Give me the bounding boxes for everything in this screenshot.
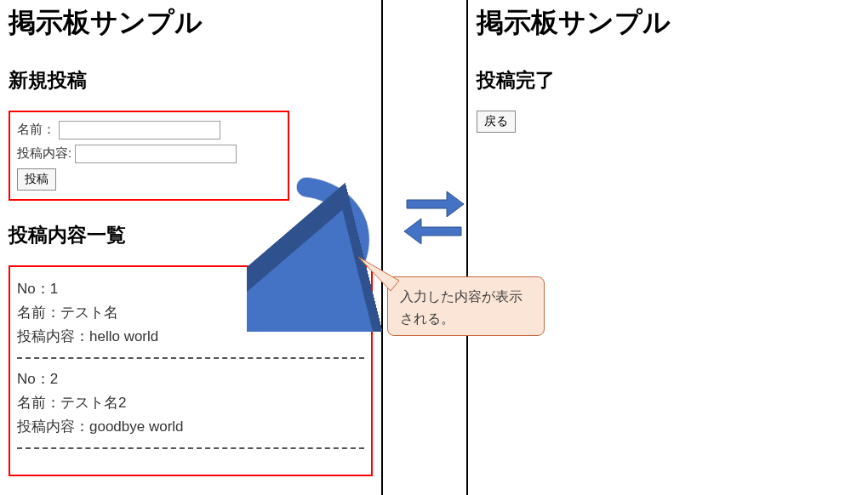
post-separator (17, 447, 364, 449)
done-heading: 投稿完了 (477, 67, 859, 94)
post-name: 名前：テスト名2 (17, 391, 364, 415)
list-item: No：2 名前：テスト名2 投稿内容：goodbye world (17, 367, 364, 439)
callout-text-line: 入力した内容が表示 (400, 286, 532, 308)
name-input[interactable] (59, 121, 220, 139)
new-post-heading: 新規投稿 (9, 67, 373, 94)
name-row: 名前： (17, 121, 281, 139)
post-content: 投稿内容：goodbye world (17, 415, 364, 439)
page-title-right: 掲示板サンプル (477, 4, 859, 42)
swap-arrows-icon (400, 183, 468, 254)
content-row: 投稿内容: (17, 145, 281, 163)
annotation-callout: 入力した内容が表示 される。 (387, 276, 545, 336)
callout-text-line: される。 (400, 308, 532, 330)
content-label: 投稿内容: (17, 145, 71, 160)
post-separator (17, 357, 364, 359)
right-panel: 掲示板サンプル 投稿完了 戻る (466, 0, 868, 495)
submit-button[interactable]: 投稿 (17, 168, 56, 191)
post-no: No：2 (17, 367, 364, 391)
back-button[interactable]: 戻る (477, 111, 516, 133)
page-title-left: 掲示板サンプル (9, 4, 373, 42)
flow-arrow-icon (247, 170, 400, 332)
name-label: 名前： (17, 122, 55, 136)
content-input[interactable] (75, 145, 237, 163)
